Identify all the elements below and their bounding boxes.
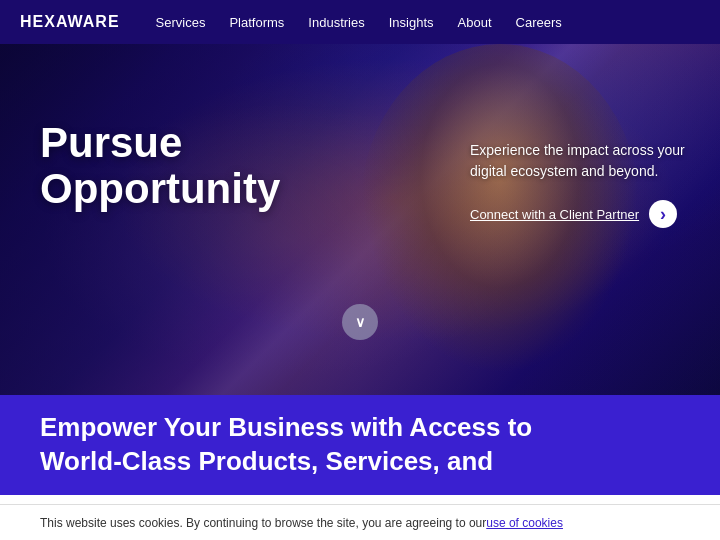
nav-links: Services Platforms Industries Insights A… — [156, 15, 562, 30]
scroll-down-button[interactable] — [342, 304, 378, 340]
cta-arrow-icon — [649, 200, 677, 228]
nav-item-platforms[interactable]: Platforms — [229, 15, 284, 30]
empower-section: Empower Your Business with Access to Wor… — [0, 395, 720, 495]
hero-content-right: Experience the impact across your digita… — [470, 140, 710, 228]
hero-description: Experience the impact across your digita… — [470, 140, 710, 182]
brand-logo: HEXAWARE — [20, 13, 120, 31]
scroll-indicator[interactable] — [342, 304, 378, 340]
nav-item-insights[interactable]: Insights — [389, 15, 434, 30]
connect-client-partner-button[interactable]: Connect with a Client Partner — [470, 200, 710, 228]
hero-content-left: Pursue Opportunity — [40, 120, 280, 212]
cookie-link[interactable]: use of cookies — [486, 516, 563, 530]
navbar: HEXAWARE Services Platforms Industries I… — [0, 0, 720, 44]
nav-item-careers[interactable]: Careers — [516, 15, 562, 30]
section-heading: Empower Your Business with Access to Wor… — [40, 411, 532, 479]
hero-title: Pursue Opportunity — [40, 120, 280, 212]
hero-section: Pursue Opportunity Experience the impact… — [0, 0, 720, 400]
cookie-text: This website uses cookies. By continuing… — [40, 516, 486, 530]
nav-item-industries[interactable]: Industries — [308, 15, 364, 30]
cta-label: Connect with a Client Partner — [470, 207, 639, 222]
cookie-banner: This website uses cookies. By continuing… — [0, 504, 720, 540]
nav-item-about[interactable]: About — [458, 15, 492, 30]
nav-item-services[interactable]: Services — [156, 15, 206, 30]
